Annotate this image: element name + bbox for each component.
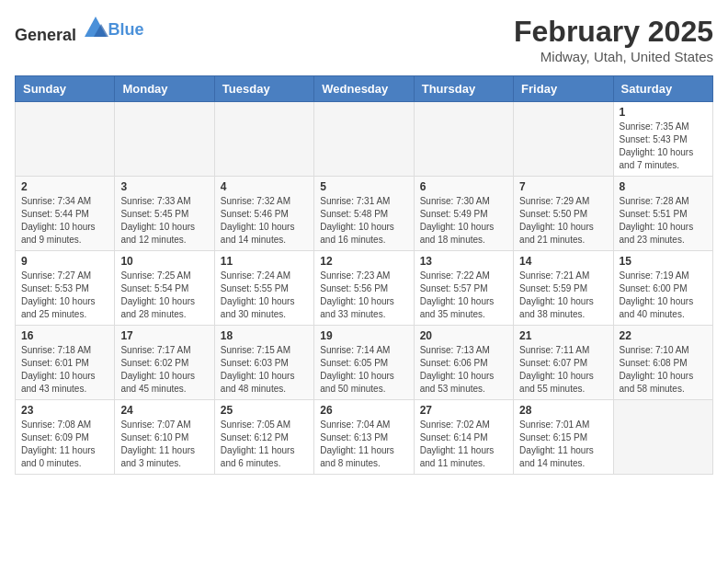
calendar-cell: 22Sunrise: 7:10 AM Sunset: 6:08 PM Dayli… <box>613 326 712 400</box>
day-info: Sunrise: 7:33 AM Sunset: 5:45 PM Dayligh… <box>120 195 208 247</box>
weekday-header-friday: Friday <box>514 76 613 102</box>
weekday-header-thursday: Thursday <box>414 76 513 102</box>
logo-icon <box>83 15 108 40</box>
week-row-3: 9Sunrise: 7:27 AM Sunset: 5:53 PM Daylig… <box>16 251 713 326</box>
week-row-4: 16Sunrise: 7:18 AM Sunset: 6:01 PM Dayli… <box>16 326 713 400</box>
calendar-cell: 11Sunrise: 7:24 AM Sunset: 5:55 PM Dayli… <box>214 251 313 326</box>
day-info: Sunrise: 7:07 AM Sunset: 6:10 PM Dayligh… <box>120 419 208 470</box>
month-title: February 2025 <box>514 15 713 49</box>
day-info: Sunrise: 7:29 AM Sunset: 5:50 PM Dayligh… <box>519 195 607 247</box>
week-row-1: 1Sunrise: 7:35 AM Sunset: 5:43 PM Daylig… <box>16 102 713 177</box>
day-info: Sunrise: 7:21 AM Sunset: 5:59 PM Dayligh… <box>519 270 607 321</box>
day-number: 4 <box>221 180 308 193</box>
calendar-cell <box>414 102 513 177</box>
day-info: Sunrise: 7:01 AM Sunset: 6:15 PM Dayligh… <box>519 419 607 470</box>
calendar-cell: 25Sunrise: 7:05 AM Sunset: 6:12 PM Dayli… <box>214 400 313 475</box>
day-info: Sunrise: 7:23 AM Sunset: 5:56 PM Dayligh… <box>320 270 407 321</box>
day-info: Sunrise: 7:31 AM Sunset: 5:48 PM Dayligh… <box>320 195 407 247</box>
weekday-header-sunday: Sunday <box>16 76 115 102</box>
calendar-cell <box>514 102 613 177</box>
day-info: Sunrise: 7:25 AM Sunset: 5:54 PM Dayligh… <box>120 270 208 321</box>
day-info: Sunrise: 7:32 AM Sunset: 5:46 PM Dayligh… <box>221 195 308 247</box>
weekday-header-tuesday: Tuesday <box>214 76 313 102</box>
calendar-cell <box>16 102 115 177</box>
day-number: 10 <box>120 255 208 268</box>
calendar-cell <box>214 102 313 177</box>
day-info: Sunrise: 7:08 AM Sunset: 6:09 PM Dayligh… <box>21 419 108 470</box>
calendar-cell: 3Sunrise: 7:33 AM Sunset: 5:45 PM Daylig… <box>115 177 214 251</box>
logo-blue-text: Blue <box>108 20 144 39</box>
day-info: Sunrise: 7:30 AM Sunset: 5:49 PM Dayligh… <box>420 195 507 247</box>
day-info: Sunrise: 7:14 AM Sunset: 6:05 PM Dayligh… <box>320 344 407 396</box>
day-number: 1 <box>620 106 707 119</box>
calendar-cell: 2Sunrise: 7:34 AM Sunset: 5:44 PM Daylig… <box>16 177 115 251</box>
calendar-cell: 6Sunrise: 7:30 AM Sunset: 5:49 PM Daylig… <box>414 177 513 251</box>
logo-general-text: General <box>15 26 76 44</box>
calendar-cell: 8Sunrise: 7:28 AM Sunset: 5:51 PM Daylig… <box>613 177 712 251</box>
day-info: Sunrise: 7:05 AM Sunset: 6:12 PM Dayligh… <box>221 419 308 470</box>
calendar-cell: 13Sunrise: 7:22 AM Sunset: 5:57 PM Dayli… <box>414 251 513 326</box>
day-info: Sunrise: 7:18 AM Sunset: 6:01 PM Dayligh… <box>21 344 108 396</box>
day-number: 27 <box>420 404 507 417</box>
day-info: Sunrise: 7:13 AM Sunset: 6:06 PM Dayligh… <box>420 344 507 396</box>
day-number: 11 <box>221 255 308 268</box>
day-info: Sunrise: 7:10 AM Sunset: 6:08 PM Dayligh… <box>620 344 707 396</box>
day-number: 15 <box>620 255 707 268</box>
day-info: Sunrise: 7:35 AM Sunset: 5:43 PM Dayligh… <box>620 121 707 172</box>
day-number: 28 <box>519 404 607 417</box>
calendar-cell: 15Sunrise: 7:19 AM Sunset: 6:00 PM Dayli… <box>613 251 712 326</box>
day-number: 9 <box>21 255 108 268</box>
location-title: Midway, Utah, United States <box>514 49 713 64</box>
day-number: 18 <box>221 329 308 342</box>
day-number: 14 <box>519 255 607 268</box>
day-number: 25 <box>221 404 308 417</box>
calendar-cell: 10Sunrise: 7:25 AM Sunset: 5:54 PM Dayli… <box>115 251 214 326</box>
calendar-cell: 16Sunrise: 7:18 AM Sunset: 6:01 PM Dayli… <box>16 326 115 400</box>
calendar-cell: 1Sunrise: 7:35 AM Sunset: 5:43 PM Daylig… <box>613 102 712 177</box>
day-number: 5 <box>320 180 407 193</box>
day-info: Sunrise: 7:17 AM Sunset: 6:02 PM Dayligh… <box>120 344 208 396</box>
weekday-header-row: SundayMondayTuesdayWednesdayThursdayFrid… <box>16 76 713 102</box>
day-info: Sunrise: 7:22 AM Sunset: 5:57 PM Dayligh… <box>420 270 507 321</box>
weekday-header-wednesday: Wednesday <box>314 76 414 102</box>
day-info: Sunrise: 7:02 AM Sunset: 6:14 PM Dayligh… <box>420 419 507 470</box>
calendar-cell: 21Sunrise: 7:11 AM Sunset: 6:07 PM Dayli… <box>514 326 613 400</box>
calendar-cell: 26Sunrise: 7:04 AM Sunset: 6:13 PM Dayli… <box>314 400 414 475</box>
day-info: Sunrise: 7:28 AM Sunset: 5:51 PM Dayligh… <box>620 195 707 247</box>
weekday-header-monday: Monday <box>115 76 214 102</box>
day-number: 17 <box>120 329 208 342</box>
day-info: Sunrise: 7:04 AM Sunset: 6:13 PM Dayligh… <box>320 419 407 470</box>
calendar-cell: 7Sunrise: 7:29 AM Sunset: 5:50 PM Daylig… <box>514 177 613 251</box>
day-info: Sunrise: 7:24 AM Sunset: 5:55 PM Dayligh… <box>221 270 308 321</box>
day-number: 13 <box>420 255 507 268</box>
day-number: 8 <box>620 180 707 193</box>
day-number: 23 <box>21 404 108 417</box>
day-number: 6 <box>420 180 507 193</box>
day-info: Sunrise: 7:11 AM Sunset: 6:07 PM Dayligh… <box>519 344 607 396</box>
calendar-cell: 27Sunrise: 7:02 AM Sunset: 6:14 PM Dayli… <box>414 400 513 475</box>
day-number: 2 <box>21 180 108 193</box>
day-number: 22 <box>620 329 707 342</box>
day-number: 24 <box>120 404 208 417</box>
calendar-cell: 20Sunrise: 7:13 AM Sunset: 6:06 PM Dayli… <box>414 326 513 400</box>
calendar-cell <box>314 102 414 177</box>
calendar-cell: 14Sunrise: 7:21 AM Sunset: 5:59 PM Dayli… <box>514 251 613 326</box>
day-number: 3 <box>120 180 208 193</box>
day-number: 20 <box>420 329 507 342</box>
calendar-cell: 4Sunrise: 7:32 AM Sunset: 5:46 PM Daylig… <box>214 177 313 251</box>
weekday-header-saturday: Saturday <box>613 76 712 102</box>
calendar-cell: 17Sunrise: 7:17 AM Sunset: 6:02 PM Dayli… <box>115 326 214 400</box>
calendar-table: SundayMondayTuesdayWednesdayThursdayFrid… <box>15 75 713 475</box>
calendar-cell: 18Sunrise: 7:15 AM Sunset: 6:03 PM Dayli… <box>214 326 313 400</box>
week-row-5: 23Sunrise: 7:08 AM Sunset: 6:09 PM Dayli… <box>16 400 713 475</box>
week-row-2: 2Sunrise: 7:34 AM Sunset: 5:44 PM Daylig… <box>16 177 713 251</box>
day-info: Sunrise: 7:27 AM Sunset: 5:53 PM Dayligh… <box>21 270 108 321</box>
page-header: General Blue February 2025 Midway, Utah,… <box>15 15 713 64</box>
calendar-cell <box>115 102 214 177</box>
calendar-cell: 23Sunrise: 7:08 AM Sunset: 6:09 PM Dayli… <box>16 400 115 475</box>
day-info: Sunrise: 7:34 AM Sunset: 5:44 PM Dayligh… <box>21 195 108 247</box>
calendar-cell: 28Sunrise: 7:01 AM Sunset: 6:15 PM Dayli… <box>514 400 613 475</box>
calendar-cell: 9Sunrise: 7:27 AM Sunset: 5:53 PM Daylig… <box>16 251 115 326</box>
calendar-cell: 5Sunrise: 7:31 AM Sunset: 5:48 PM Daylig… <box>314 177 414 251</box>
calendar-cell <box>613 400 712 475</box>
